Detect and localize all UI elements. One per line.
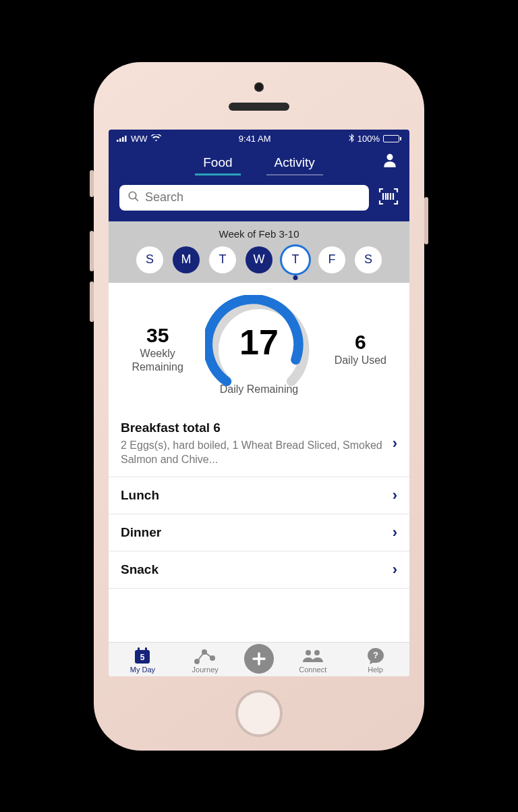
svg-rect-3 xyxy=(125,136,127,142)
search-input[interactable] xyxy=(145,190,361,205)
svg-rect-2 xyxy=(122,137,124,142)
tab-help[interactable]: ? Help xyxy=(352,647,399,674)
wifi-icon xyxy=(151,134,161,144)
weekly-remaining: 35 Weekly Remaining xyxy=(121,324,195,374)
day-2[interactable]: T xyxy=(209,246,236,273)
day-6[interactable]: S xyxy=(355,246,382,273)
battery-percent: 100% xyxy=(357,134,380,144)
meal-title: Breakfast total 6 xyxy=(121,421,384,435)
day-0[interactable]: S xyxy=(136,246,163,273)
svg-line-6 xyxy=(135,198,138,201)
barcode-icon[interactable] xyxy=(378,188,399,208)
chevron-right-icon: › xyxy=(393,487,397,504)
daily-gauge[interactable]: 17 Daily Remaining xyxy=(205,302,313,396)
tab-my-day[interactable]: 5 My Day xyxy=(119,647,166,674)
meal-row-1[interactable]: Lunch› xyxy=(109,477,409,514)
svg-point-5 xyxy=(129,192,136,199)
tab-food[interactable]: Food xyxy=(199,153,236,175)
svg-rect-1 xyxy=(119,138,121,142)
help-icon: ? xyxy=(352,647,399,666)
chevron-right-icon: › xyxy=(393,561,397,578)
bluetooth-icon xyxy=(349,134,354,144)
svg-rect-0 xyxy=(117,140,119,142)
day-1[interactable]: M xyxy=(173,246,200,273)
day-3[interactable]: W xyxy=(246,246,272,273)
tab-activity[interactable]: Activity xyxy=(270,153,319,175)
status-bar: WW 9:41 AM 100% xyxy=(109,130,409,146)
svg-point-21 xyxy=(306,650,311,655)
journey-icon xyxy=(181,647,229,666)
search-box[interactable] xyxy=(119,185,369,211)
add-button[interactable] xyxy=(244,644,274,674)
week-strip: Week of Feb 3-10 SMTWTFS xyxy=(109,221,409,283)
carrier-label: WW xyxy=(131,134,148,144)
search-icon xyxy=(127,190,140,205)
svg-rect-14 xyxy=(145,647,147,651)
profile-icon[interactable] xyxy=(381,151,399,171)
week-label: Week of Feb 3-10 xyxy=(109,228,409,240)
svg-text:?: ? xyxy=(373,650,378,660)
meal-row-0[interactable]: Breakfast total 62 Eggs(s), hard boiled,… xyxy=(109,411,409,477)
calendar-icon: 5 xyxy=(119,647,166,666)
day-5[interactable]: F xyxy=(318,246,345,273)
meal-row-3[interactable]: Snack› xyxy=(109,551,409,589)
tab-connect[interactable]: Connect xyxy=(289,647,337,674)
meal-row-2[interactable]: Dinner› xyxy=(109,514,409,551)
daily-used: 6 Daily Used xyxy=(323,331,397,367)
meal-title: Dinner xyxy=(121,525,384,540)
top-tabs: Food Activity xyxy=(109,146,409,178)
meal-title: Lunch xyxy=(121,488,384,503)
svg-text:5: 5 xyxy=(140,653,145,662)
svg-rect-13 xyxy=(138,647,140,651)
meal-detail: 2 Eggs(s), hard boiled, 1 Wheat Bread Sl… xyxy=(121,438,384,467)
signal-icon xyxy=(117,134,127,144)
meal-list: Breakfast total 62 Eggs(s), hard boiled,… xyxy=(109,411,409,642)
chevron-right-icon: › xyxy=(393,435,397,452)
meal-title: Snack xyxy=(121,562,384,577)
battery-icon xyxy=(383,135,401,142)
svg-point-4 xyxy=(386,154,393,160)
connect-icon xyxy=(289,647,337,666)
day-4[interactable]: T xyxy=(282,246,309,273)
tab-journey[interactable]: Journey xyxy=(181,647,229,674)
points-summary: 35 Weekly Remaining 17 Daily Remaining 6… xyxy=(109,283,409,411)
bottom-tab-bar: 5 My Day Journey Connect xyxy=(109,642,409,676)
chevron-right-icon: › xyxy=(393,524,397,541)
clock: 9:41 AM xyxy=(239,134,271,144)
svg-point-22 xyxy=(314,650,320,655)
